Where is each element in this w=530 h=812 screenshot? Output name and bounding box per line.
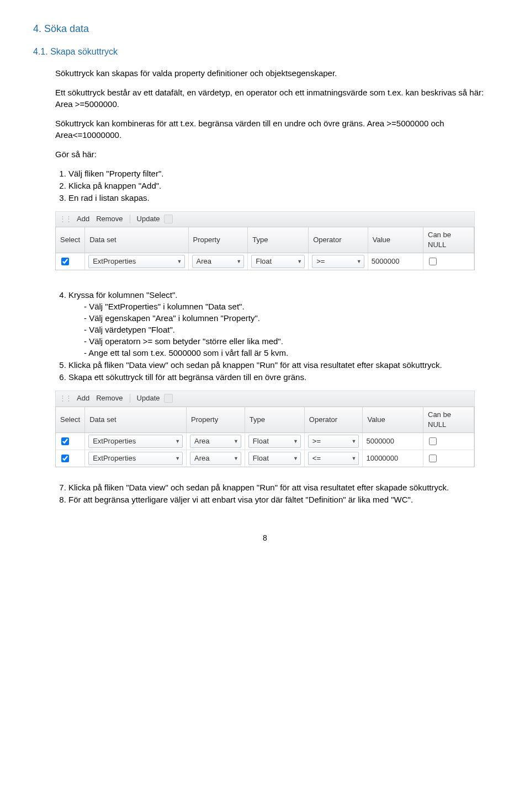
chevron-down-icon: ▼ <box>233 258 241 265</box>
col-dataset: Data set <box>85 227 188 253</box>
chevron-down-icon: ▼ <box>172 438 180 445</box>
list-item: Klicka på fliken "Data view" och sedan p… <box>68 359 497 371</box>
value-cell[interactable]: 5000000 <box>363 432 423 450</box>
sub-item: - Ange ett tal som t.ex. 5000000 som i v… <box>84 347 497 359</box>
value-cell[interactable]: 10000000 <box>363 450 423 467</box>
col-type: Type <box>245 407 304 433</box>
dropdown-value: <= <box>312 453 321 463</box>
paragraph: Sökuttryck kan skapas för valda property… <box>55 67 497 79</box>
chevron-down-icon: ▼ <box>174 258 182 265</box>
col-operator: Operator <box>309 227 368 253</box>
dropdown-value: Area <box>194 436 209 446</box>
dropdown-value: ExtProperties <box>93 453 136 463</box>
paragraph: Gör så här: <box>55 148 497 160</box>
dropdown-value: >= <box>312 436 321 446</box>
select-checkbox[interactable] <box>61 258 69 265</box>
remove-button[interactable]: Remove <box>94 213 125 225</box>
section-heading: 4. Söka data <box>33 22 497 36</box>
list-item: För att begränsa ytterligare väljer vi a… <box>68 494 497 505</box>
property-dropdown[interactable]: Area▼ <box>190 435 241 448</box>
page-number: 8 <box>33 533 497 544</box>
filter-table: Select Data set Property Type Operator V… <box>56 227 474 270</box>
add-button[interactable]: Add <box>75 392 92 404</box>
table-row: ExtProperties▼ Area▼ Float▼ >=▼ 5000000 <box>56 432 474 450</box>
toolbar: ⋮⋮ Add Remove Update <box>55 391 475 406</box>
toolbar: ⋮⋮ Add Remove Update <box>55 211 475 227</box>
dropdown-value: >= <box>316 257 325 266</box>
operator-dropdown[interactable]: >=▼ <box>312 255 364 268</box>
chevron-down-icon: ▼ <box>172 455 180 462</box>
add-button[interactable]: Add <box>75 213 92 225</box>
property-dropdown[interactable]: Area▼ <box>192 255 245 268</box>
col-dataset: Data set <box>85 407 187 433</box>
sub-item: - Välj värdetypen "Float". <box>84 324 497 335</box>
cannull-checkbox[interactable] <box>429 437 437 445</box>
col-select: Select <box>56 227 85 253</box>
paragraph: Sökuttryck kan kombineras för att t.ex. … <box>55 117 497 141</box>
filter-grid-screenshot-1: ⋮⋮ Add Remove Update Select Data set Pro… <box>55 211 475 271</box>
chevron-down-icon: ▼ <box>294 258 302 265</box>
chevron-down-icon: ▼ <box>353 258 362 265</box>
table-row: ExtProperties▼ Area▼ Float▼ >=▼ 5000000 <box>56 253 474 270</box>
remove-button[interactable]: Remove <box>94 392 125 404</box>
type-dropdown[interactable]: Float▼ <box>248 435 301 448</box>
col-cannull: Can be NULL <box>423 227 474 253</box>
property-dropdown[interactable]: Area▼ <box>190 452 241 465</box>
paragraph: Ett sökuttryck består av ett datafält, e… <box>55 87 497 110</box>
list-item: Välj fliken "Property filter". <box>68 168 497 179</box>
dropdown-value: Area <box>194 453 209 463</box>
type-dropdown[interactable]: Float▼ <box>248 452 301 465</box>
subsection-heading: 4.1. Skapa sökuttryck <box>33 46 497 58</box>
select-checkbox[interactable] <box>61 437 69 445</box>
cannull-checkbox[interactable] <box>429 455 437 462</box>
filter-table: Select Data set Property Type Operator V… <box>56 407 474 467</box>
update-button[interactable]: Update <box>135 213 162 225</box>
col-value: Value <box>368 227 423 253</box>
update-button[interactable]: Update <box>135 392 162 404</box>
type-dropdown[interactable]: Float▼ <box>251 255 305 268</box>
dropdown-value: ExtProperties <box>93 436 136 446</box>
dropdown-value: Float <box>253 436 269 446</box>
toolbar-divider <box>130 394 130 403</box>
col-property: Property <box>187 407 245 433</box>
chevron-down-icon: ▼ <box>348 438 357 445</box>
operator-dropdown[interactable]: <=▼ <box>308 452 359 465</box>
col-select: Select <box>56 407 85 433</box>
dropdown-value: Float <box>256 257 272 266</box>
dataset-dropdown[interactable]: ExtProperties▼ <box>88 255 184 268</box>
list-item: Klicka på knappen "Add". <box>68 180 497 191</box>
toolbar-grip-icon: ⋮⋮ <box>59 393 71 403</box>
disabled-tool-icon <box>164 394 173 403</box>
chevron-down-icon: ▼ <box>230 438 239 445</box>
chevron-down-icon: ▼ <box>348 455 357 462</box>
chevron-down-icon: ▼ <box>230 455 239 462</box>
col-operator: Operator <box>304 407 363 433</box>
ordered-list: Kryssa för kolumnen "Select". - Välj "Ex… <box>55 289 497 383</box>
ordered-list: Klicka på fliken "Data view" och sedan p… <box>55 482 497 505</box>
toolbar-grip-icon: ⋮⋮ <box>59 214 71 224</box>
cannull-checkbox[interactable] <box>429 258 437 265</box>
filter-grid-screenshot-2: ⋮⋮ Add Remove Update Select Data set Pro… <box>55 391 475 467</box>
chevron-down-icon: ▼ <box>290 438 298 445</box>
sub-item: - Välj "ExtProperties" i kolumnen "Data … <box>84 301 497 312</box>
col-type: Type <box>248 227 309 253</box>
dataset-dropdown[interactable]: ExtProperties▼ <box>88 435 183 448</box>
chevron-down-icon: ▼ <box>290 455 298 462</box>
ordered-list: Välj fliken "Property filter". Klicka på… <box>55 168 497 204</box>
toolbar-divider <box>130 215 130 223</box>
operator-dropdown[interactable]: >=▼ <box>308 435 359 448</box>
list-item: Skapa ett sökuttryck till för att begrän… <box>68 371 497 383</box>
dropdown-value: ExtProperties <box>93 257 136 266</box>
sub-item: - Välj egenskapen "Area" i kolumnen "Pro… <box>84 312 497 324</box>
dropdown-value: Float <box>253 453 269 463</box>
disabled-tool-icon <box>164 215 173 223</box>
col-cannull: Can be NULL <box>423 407 474 433</box>
sub-item: - Välj operatorn >= som betyder "större … <box>84 335 497 347</box>
select-checkbox[interactable] <box>61 455 69 462</box>
col-property: Property <box>188 227 248 253</box>
dropdown-value: Area <box>197 257 211 266</box>
list-text: Kryssa för kolumnen "Select". <box>68 290 177 300</box>
list-item: Kryssa för kolumnen "Select". - Välj "Ex… <box>68 289 497 359</box>
dataset-dropdown[interactable]: ExtProperties▼ <box>88 452 183 465</box>
value-cell[interactable]: 5000000 <box>368 253 423 270</box>
